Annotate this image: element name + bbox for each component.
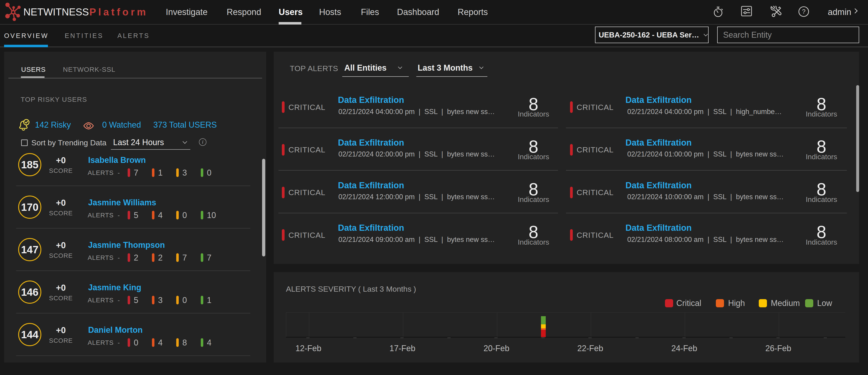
svg-text:?: ? <box>802 8 806 15</box>
